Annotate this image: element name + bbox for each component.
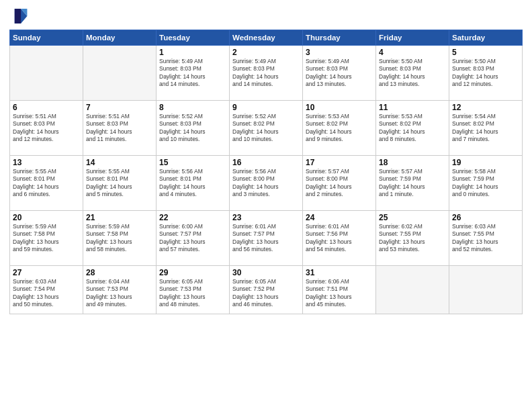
header (9, 7, 523, 26)
calendar-cell: 29Sunrise: 6:05 AM Sunset: 7:53 PM Dayli… (157, 266, 230, 314)
calendar-cell: 31Sunrise: 6:06 AM Sunset: 7:51 PM Dayli… (303, 266, 376, 314)
day-info: Sunrise: 6:04 AM Sunset: 7:53 PM Dayligh… (86, 278, 153, 309)
day-number: 21 (86, 213, 153, 222)
day-number: 5 (452, 48, 519, 57)
day-info: Sunrise: 5:57 AM Sunset: 7:59 PM Dayligh… (379, 168, 446, 199)
day-number: 20 (13, 213, 80, 222)
calendar-cell: 10Sunrise: 5:53 AM Sunset: 8:02 PM Dayli… (303, 101, 376, 156)
day-info: Sunrise: 5:49 AM Sunset: 8:03 PM Dayligh… (306, 58, 373, 89)
day-number: 8 (159, 103, 226, 112)
calendar-week-row: 6Sunrise: 5:51 AM Sunset: 8:03 PM Daylig… (10, 101, 523, 156)
calendar-cell: 19Sunrise: 5:58 AM Sunset: 7:59 PM Dayli… (449, 156, 523, 211)
day-number: 22 (159, 213, 226, 222)
calendar-week-row: 20Sunrise: 5:59 AM Sunset: 7:58 PM Dayli… (10, 211, 523, 266)
day-info: Sunrise: 5:59 AM Sunset: 7:58 PM Dayligh… (13, 223, 80, 254)
calendar-cell: 14Sunrise: 5:55 AM Sunset: 8:01 PM Dayli… (83, 156, 157, 211)
day-info: Sunrise: 6:05 AM Sunset: 7:52 PM Dayligh… (232, 278, 300, 309)
day-info: Sunrise: 5:49 AM Sunset: 8:03 PM Dayligh… (159, 58, 226, 89)
day-info: Sunrise: 5:56 AM Sunset: 8:01 PM Dayligh… (159, 168, 226, 199)
day-info: Sunrise: 6:03 AM Sunset: 7:55 PM Dayligh… (452, 223, 519, 254)
calendar-cell: 2Sunrise: 5:49 AM Sunset: 8:03 PM Daylig… (230, 46, 303, 101)
calendar-cell: 27Sunrise: 6:03 AM Sunset: 7:54 PM Dayli… (10, 266, 83, 314)
day-number: 27 (13, 268, 80, 277)
day-number: 30 (232, 268, 300, 277)
day-number: 17 (306, 158, 373, 167)
calendar-cell: 13Sunrise: 5:55 AM Sunset: 8:01 PM Dayli… (10, 156, 83, 211)
weekday-header-row: SundayMondayTuesdayWednesdayThursdayFrid… (10, 30, 523, 46)
day-number: 4 (379, 48, 446, 57)
calendar-cell: 15Sunrise: 5:56 AM Sunset: 8:01 PM Dayli… (157, 156, 230, 211)
calendar-cell (83, 46, 157, 101)
calendar-cell: 7Sunrise: 5:51 AM Sunset: 8:03 PM Daylig… (83, 101, 157, 156)
day-number: 15 (159, 158, 226, 167)
day-info: Sunrise: 5:51 AM Sunset: 8:03 PM Dayligh… (86, 113, 153, 144)
day-number: 23 (232, 213, 300, 222)
day-number: 28 (86, 268, 153, 277)
day-info: Sunrise: 6:02 AM Sunset: 7:55 PM Dayligh… (379, 223, 446, 254)
calendar-cell: 28Sunrise: 6:04 AM Sunset: 7:53 PM Dayli… (83, 266, 157, 314)
day-number: 26 (452, 213, 519, 222)
day-number: 10 (306, 103, 373, 112)
calendar-cell: 20Sunrise: 5:59 AM Sunset: 7:58 PM Dayli… (10, 211, 83, 266)
day-info: Sunrise: 5:50 AM Sunset: 8:03 PM Dayligh… (452, 58, 519, 89)
weekday-header-thursday: Thursday (303, 30, 376, 46)
calendar-week-row: 27Sunrise: 6:03 AM Sunset: 7:54 PM Dayli… (10, 266, 523, 314)
calendar-cell: 25Sunrise: 6:02 AM Sunset: 7:55 PM Dayli… (376, 211, 449, 266)
day-info: Sunrise: 5:53 AM Sunset: 8:02 PM Dayligh… (379, 113, 446, 144)
calendar-cell: 8Sunrise: 5:52 AM Sunset: 8:03 PM Daylig… (157, 101, 230, 156)
calendar-cell: 26Sunrise: 6:03 AM Sunset: 7:55 PM Dayli… (449, 211, 523, 266)
calendar-week-row: 13Sunrise: 5:55 AM Sunset: 8:01 PM Dayli… (10, 156, 523, 211)
day-info: Sunrise: 5:53 AM Sunset: 8:02 PM Dayligh… (306, 113, 373, 144)
calendar-cell (449, 266, 523, 314)
day-info: Sunrise: 5:55 AM Sunset: 8:01 PM Dayligh… (13, 168, 80, 199)
day-number: 24 (306, 213, 373, 222)
weekday-header-saturday: Saturday (449, 30, 523, 46)
day-number: 7 (86, 103, 153, 112)
logo (9, 7, 31, 26)
weekday-header-tuesday: Tuesday (157, 30, 230, 46)
day-number: 3 (306, 48, 373, 57)
calendar-cell: 6Sunrise: 5:51 AM Sunset: 8:03 PM Daylig… (10, 101, 83, 156)
calendar-cell: 11Sunrise: 5:53 AM Sunset: 8:02 PM Dayli… (376, 101, 449, 156)
day-info: Sunrise: 5:58 AM Sunset: 7:59 PM Dayligh… (452, 168, 519, 199)
day-number: 14 (86, 158, 153, 167)
calendar-cell: 5Sunrise: 5:50 AM Sunset: 8:03 PM Daylig… (449, 46, 523, 101)
calendar-cell: 21Sunrise: 5:59 AM Sunset: 7:58 PM Dayli… (83, 211, 157, 266)
calendar-cell: 9Sunrise: 5:52 AM Sunset: 8:02 PM Daylig… (230, 101, 303, 156)
day-info: Sunrise: 5:51 AM Sunset: 8:03 PM Dayligh… (13, 113, 80, 144)
calendar-cell (376, 266, 449, 314)
weekday-header-sunday: Sunday (10, 30, 83, 46)
day-number: 16 (232, 158, 300, 167)
day-info: Sunrise: 5:54 AM Sunset: 8:02 PM Dayligh… (452, 113, 519, 144)
calendar-table: SundayMondayTuesdayWednesdayThursdayFrid… (9, 30, 523, 314)
day-info: Sunrise: 5:55 AM Sunset: 8:01 PM Dayligh… (86, 168, 153, 199)
day-number: 6 (13, 103, 80, 112)
day-number: 11 (379, 103, 446, 112)
day-info: Sunrise: 5:52 AM Sunset: 8:03 PM Dayligh… (159, 113, 226, 144)
day-info: Sunrise: 5:56 AM Sunset: 8:00 PM Dayligh… (232, 168, 300, 199)
day-number: 29 (159, 268, 226, 277)
calendar-cell: 3Sunrise: 5:49 AM Sunset: 8:03 PM Daylig… (303, 46, 376, 101)
day-info: Sunrise: 5:50 AM Sunset: 8:03 PM Dayligh… (379, 58, 446, 89)
day-info: Sunrise: 6:05 AM Sunset: 7:53 PM Dayligh… (159, 278, 226, 309)
day-info: Sunrise: 6:01 AM Sunset: 7:57 PM Dayligh… (232, 223, 300, 254)
weekday-header-friday: Friday (376, 30, 449, 46)
day-number: 2 (232, 48, 300, 57)
calendar-cell: 22Sunrise: 6:00 AM Sunset: 7:57 PM Dayli… (157, 211, 230, 266)
day-number: 1 (159, 48, 226, 57)
day-number: 25 (379, 213, 446, 222)
day-info: Sunrise: 5:49 AM Sunset: 8:03 PM Dayligh… (232, 58, 300, 89)
calendar-cell: 17Sunrise: 5:57 AM Sunset: 8:00 PM Dayli… (303, 156, 376, 211)
svg-marker-1 (15, 9, 21, 24)
calendar-cell: 30Sunrise: 6:05 AM Sunset: 7:52 PM Dayli… (230, 266, 303, 314)
day-info: Sunrise: 5:52 AM Sunset: 8:02 PM Dayligh… (232, 113, 300, 144)
weekday-header-monday: Monday (83, 30, 157, 46)
day-info: Sunrise: 6:06 AM Sunset: 7:51 PM Dayligh… (306, 278, 373, 309)
day-info: Sunrise: 6:01 AM Sunset: 7:56 PM Dayligh… (306, 223, 373, 254)
day-info: Sunrise: 6:03 AM Sunset: 7:54 PM Dayligh… (13, 278, 80, 309)
calendar-cell: 23Sunrise: 6:01 AM Sunset: 7:57 PM Dayli… (230, 211, 303, 266)
day-info: Sunrise: 5:59 AM Sunset: 7:58 PM Dayligh… (86, 223, 153, 254)
day-info: Sunrise: 5:57 AM Sunset: 8:00 PM Dayligh… (306, 168, 373, 199)
calendar-cell: 24Sunrise: 6:01 AM Sunset: 7:56 PM Dayli… (303, 211, 376, 266)
calendar-cell: 16Sunrise: 5:56 AM Sunset: 8:00 PM Dayli… (230, 156, 303, 211)
